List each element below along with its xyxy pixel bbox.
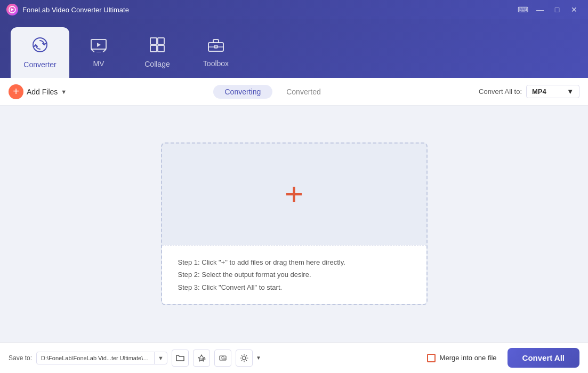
save-path-dropdown-icon[interactable]: ▼ xyxy=(154,352,167,364)
toolbox-icon xyxy=(207,37,224,56)
tab-mv[interactable]: MV xyxy=(69,27,128,78)
maximize-button[interactable]: □ xyxy=(550,4,565,15)
sub-tab-group: Converting Converted xyxy=(75,85,470,99)
tab-converter[interactable]: Converter xyxy=(11,27,69,78)
svg-rect-4 xyxy=(158,38,164,44)
drop-zone[interactable]: + Step 1: Click "+" to add files or drag… xyxy=(161,142,428,305)
mv-icon xyxy=(90,37,107,56)
convert-all-to: Convert All to: MP4 ▼ xyxy=(479,85,579,98)
convert-all-button[interactable]: Convert All xyxy=(508,348,579,368)
folder-browse-button[interactable] xyxy=(172,350,189,367)
bottom-bar: Save to: D:\FoneLab\FoneLab Vid...ter Ul… xyxy=(0,342,588,373)
tab-collage-label: Collage xyxy=(144,60,170,68)
save-to-label: Save to: xyxy=(9,354,32,362)
svg-point-12 xyxy=(243,356,246,360)
tab-mv-label: MV xyxy=(93,59,104,68)
main-content: + Step 1: Click "+" to add files or drag… xyxy=(0,106,588,342)
minimize-button[interactable]: — xyxy=(533,4,547,15)
step3-text: Step 3: Click "Convert All" to start. xyxy=(178,281,410,293)
selected-format: MP4 xyxy=(532,88,546,96)
convert-all-to-label: Convert All to: xyxy=(479,88,522,96)
merge-label: Merge into one file xyxy=(440,354,497,362)
converter-icon xyxy=(31,36,49,57)
settings-button[interactable] xyxy=(236,350,253,367)
title-bar: FoneLab Video Converter Ultimate ⌨ — □ ✕ xyxy=(0,0,588,19)
svg-rect-5 xyxy=(150,45,157,52)
svg-text:OFF: OFF xyxy=(199,358,206,361)
drop-zone-inner[interactable]: + xyxy=(162,144,426,245)
drop-zone-instructions: Step 1: Click "+" to add files or drag t… xyxy=(162,245,426,304)
sub-tab-converting[interactable]: Converting xyxy=(213,85,273,99)
tab-toolbox[interactable]: Toolbox xyxy=(187,27,245,78)
add-files-dropdown-icon: ▼ xyxy=(61,89,67,95)
collage-icon xyxy=(149,37,165,57)
save-path-box: D:\FoneLab\FoneLab Vid...ter Ultimate\Co… xyxy=(36,352,167,364)
merge-section: Merge into one file xyxy=(427,354,497,362)
merge-checkbox[interactable] xyxy=(427,354,436,362)
hardware-accel-button[interactable]: OFF xyxy=(214,350,231,367)
keyboard-button[interactable]: ⌨ xyxy=(515,4,530,15)
close-button[interactable]: ✕ xyxy=(567,4,582,15)
app-logo xyxy=(6,4,18,15)
format-select-dropdown[interactable]: MP4 ▼ xyxy=(526,85,579,98)
step2-text: Step 2: Select the output format you des… xyxy=(178,268,410,281)
title-bar-controls: ⌨ — □ ✕ xyxy=(515,4,582,15)
tab-converter-label: Converter xyxy=(23,60,56,69)
title-bar-left: FoneLab Video Converter Ultimate xyxy=(6,4,129,15)
app-title: FoneLab Video Converter Ultimate xyxy=(22,6,129,14)
drop-zone-plus-icon: + xyxy=(285,178,303,210)
svg-rect-3 xyxy=(150,38,157,44)
add-files-plus-icon: + xyxy=(9,84,23,99)
tab-collage[interactable]: Collage xyxy=(128,27,187,78)
tab-toolbox-label: Toolbox xyxy=(203,59,229,68)
boost-button[interactable]: OFF xyxy=(193,350,210,367)
format-dropdown-arrow: ▼ xyxy=(567,88,574,96)
step1-text: Step 1: Click "+" to add files or drag t… xyxy=(178,256,410,268)
add-files-label: Add Files xyxy=(27,88,58,96)
add-files-button[interactable]: + Add Files ▼ xyxy=(9,84,67,99)
sub-tab-converted[interactable]: Converted xyxy=(275,85,333,99)
nav-bar: Converter MV Collage xyxy=(0,19,588,78)
svg-text:OFF: OFF xyxy=(221,358,226,361)
save-path-text: D:\FoneLab\FoneLab Vid...ter Ultimate\Co… xyxy=(37,352,154,364)
toolbar: + Add Files ▼ Converting Converted Conve… xyxy=(0,78,588,106)
svg-rect-6 xyxy=(158,45,164,52)
settings-dropdown-button[interactable]: ▼ xyxy=(254,350,263,367)
